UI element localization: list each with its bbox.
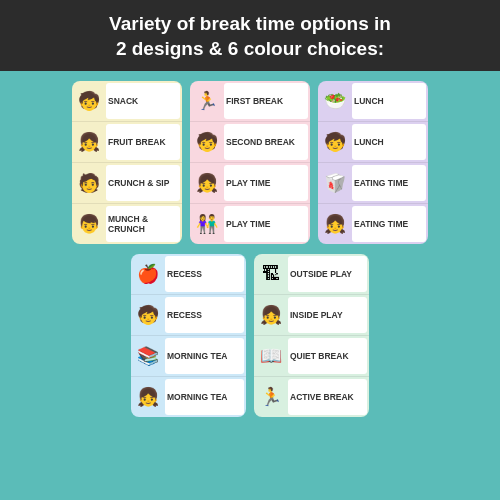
icon-recess-1: 🍎 [131,256,165,292]
card-row: 👧 EATING TIME [318,204,428,244]
card-row: 🥡 EATING TIME [318,163,428,204]
label-active-break: ACTIVE BREAK [288,379,367,415]
label-first-break: FIRST BREAK [224,83,308,119]
header-line1: Variety of break time options in [109,13,391,34]
icon-second-break: 🧒 [190,124,224,160]
card-row: 🧒 SECOND BREAK [190,122,310,163]
icon-morning-tea-1: 📚 [131,338,165,374]
icon-morning-tea-2: 👧 [131,379,165,415]
icon-play-time-1: 👧 [190,165,224,201]
card-row: 👧 PLAY TIME [190,163,310,204]
icon-play-time-2: 👫 [190,206,224,242]
label-play-time-2: PLAY TIME [224,206,308,242]
icon-recess-2: 🧒 [131,297,165,333]
icon-outside-play: 🏗 [254,256,288,292]
card-row: 🍎 RECESS [131,254,246,295]
header-line2: 2 designs & 6 colour choices: [116,38,384,59]
icon-snack: 🧒 [72,83,106,119]
card-green: 🏗 OUTSIDE PLAY 👧 INSIDE PLAY 📖 QUIET BRE… [254,254,369,417]
card-row: 👧 FRUIT BREAK [72,122,182,163]
card-row: 📖 QUIET BREAK [254,336,369,377]
header: Variety of break time options in 2 desig… [0,0,500,71]
card-row: 🏃 ACTIVE BREAK [254,377,369,417]
icon-active-break: 🏃 [254,379,288,415]
card-row: 🧑 CRUNCH & SIP [72,163,182,204]
label-snack: SNACK [106,83,180,119]
card-row: 🥗 LUNCH [318,81,428,122]
icon-crunch-sip: 🧑 [72,165,106,201]
card-row: 👫 PLAY TIME [190,204,310,244]
card-row: 🏃 FIRST BREAK [190,81,310,122]
card-pink: 🏃 FIRST BREAK 🧒 SECOND BREAK 👧 PLAY TIME… [190,81,310,244]
label-crunch-sip: CRUNCH & SIP [106,165,180,201]
card-row: 🧒 RECESS [131,295,246,336]
label-outside-play: OUTSIDE PLAY [288,256,367,292]
label-recess-1: RECESS [165,256,244,292]
card-row: 📚 MORNING TEA [131,336,246,377]
label-eating-1: EATING TIME [352,165,426,201]
label-morning-tea-1: MORNING TEA [165,338,244,374]
card-row: 🧒 LUNCH [318,122,428,163]
card-row: 🏗 OUTSIDE PLAY [254,254,369,295]
icon-munch: 👦 [72,206,106,242]
card-yellow: 🧒 SNACK 👧 FRUIT BREAK 🧑 CRUNCH & SIP 👦 M… [72,81,182,244]
bottom-cards-row: 🍎 RECESS 🧒 RECESS 📚 MORNING TEA 👧 MORNIN… [0,254,500,425]
label-munch: MUNCH & CRUNCH [106,206,180,242]
card-blue: 🍎 RECESS 🧒 RECESS 📚 MORNING TEA 👧 MORNIN… [131,254,246,417]
label-lunch-1: LUNCH [352,83,426,119]
label-play-time-1: PLAY TIME [224,165,308,201]
label-recess-2: RECESS [165,297,244,333]
card-purple: 🥗 LUNCH 🧒 LUNCH 🥡 EATING TIME 👧 EATING T… [318,81,428,244]
icon-eating-1: 🥡 [318,165,352,201]
card-row: 🧒 SNACK [72,81,182,122]
card-row: 👧 MORNING TEA [131,377,246,417]
icon-fruit-break: 👧 [72,124,106,160]
top-cards-row: 🧒 SNACK 👧 FRUIT BREAK 🧑 CRUNCH & SIP 👦 M… [0,71,500,254]
icon-inside-play: 👧 [254,297,288,333]
icon-lunch-1: 🥗 [318,83,352,119]
card-row: 👦 MUNCH & CRUNCH [72,204,182,244]
icon-first-break: 🏃 [190,83,224,119]
label-morning-tea-2: MORNING TEA [165,379,244,415]
label-lunch-2: LUNCH [352,124,426,160]
card-row: 👧 INSIDE PLAY [254,295,369,336]
label-fruit-break: FRUIT BREAK [106,124,180,160]
label-quiet-break: QUIET BREAK [288,338,367,374]
icon-eating-2: 👧 [318,206,352,242]
label-second-break: SECOND BREAK [224,124,308,160]
label-eating-2: EATING TIME [352,206,426,242]
icon-quiet-break: 📖 [254,338,288,374]
icon-lunch-2: 🧒 [318,124,352,160]
label-inside-play: INSIDE PLAY [288,297,367,333]
